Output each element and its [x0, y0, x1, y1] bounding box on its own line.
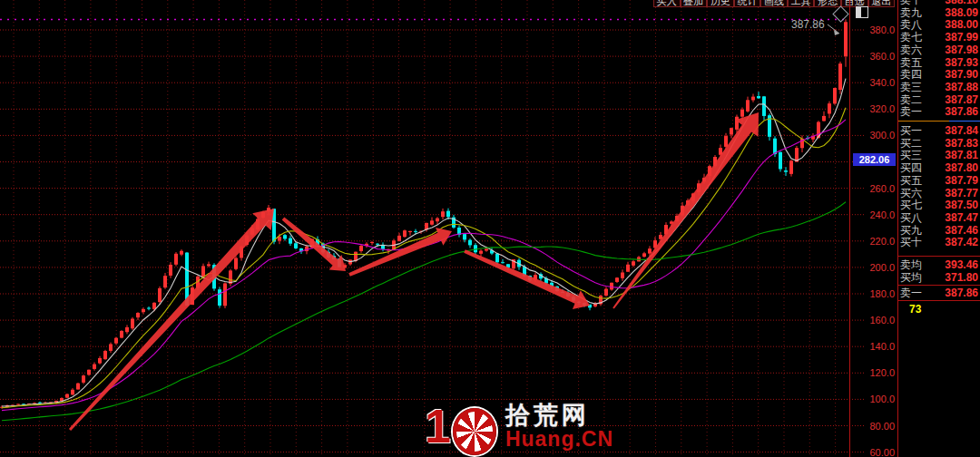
toolbar-tab-1[interactable]: 买入	[653, 0, 681, 7]
y-axis-tick: 380.0	[854, 24, 895, 35]
order-book-panel[interactable]: 卖十388.10卖九388.09卖八388.00卖七387.99卖六387.98…	[898, 0, 980, 457]
y-axis-tick: 260.0	[854, 183, 895, 194]
ask-level-7: 卖七387.99	[898, 31, 980, 44]
average-row-2: 买均371.80	[898, 271, 980, 284]
candlestick-chart[interactable]	[0, 0, 980, 457]
trend-arrow-1	[69, 209, 274, 431]
ask-level-9: 卖九388.09	[898, 6, 980, 19]
watermark-domain: Huang.CN	[505, 428, 613, 450]
panel-divider	[898, 256, 980, 257]
chart-axis-divider	[849, 0, 850, 457]
toolbar-tab-7[interactable]: 形态	[814, 0, 841, 7]
y-axis-tick: 320.0	[854, 103, 895, 114]
bid-level-10: 买十387.42	[898, 236, 980, 248]
y-axis-tick: 300.0	[854, 130, 895, 141]
toolbar-tab-9[interactable]: 退出	[868, 0, 896, 7]
y-axis-tick: 140.0	[854, 341, 895, 352]
trend-arrow-3	[348, 228, 452, 277]
y-axis-tick: 60.00	[854, 447, 895, 457]
y-axis-tick: 80.00	[854, 421, 895, 432]
y-axis-tick: 120.0	[854, 367, 895, 378]
y-axis-tick: 220.0	[854, 236, 895, 247]
bid-level-8: 买八387.47	[898, 211, 980, 224]
ask-level-2: 卖二387.87	[898, 93, 980, 106]
ask-level-1: 卖一387.86	[898, 105, 980, 118]
bid-level-9: 买九387.46	[898, 224, 980, 237]
toolbar-tab-3[interactable]: 历史	[707, 0, 734, 7]
y-axis-tick: 160.0	[854, 315, 895, 326]
panel-toggle-icon[interactable]	[856, 6, 868, 18]
bid-level-5: 买五387.79	[898, 174, 980, 187]
axis-highlight-badge: 282.06	[853, 153, 896, 166]
ask-level-6: 卖六387.98	[898, 44, 980, 56]
bid-level-4: 买四387.80	[898, 161, 980, 174]
trading-app-window: 买入叠加历史统计画线工具形态自选退出 387.86 380.0360.0340.…	[0, 0, 980, 457]
toolbar-tab-5[interactable]: 画线	[760, 0, 788, 7]
watermark: 1 拾荒网 Huang.CN	[425, 403, 613, 455]
ask-level-3: 卖三387.88	[898, 81, 980, 93]
bid-ask-divider	[898, 121, 980, 122]
y-axis-tick: 340.0	[854, 77, 895, 88]
ask-level-5: 卖五387.93	[898, 56, 980, 69]
gear-icon	[453, 408, 496, 455]
trend-arrow-4	[464, 249, 590, 309]
average-row-1: 卖均393.46	[898, 258, 980, 271]
latest-price-annotation: 387.86	[791, 18, 825, 31]
ask-level-4: 卖四387.90	[898, 68, 980, 81]
y-axis-tick: 100.0	[854, 394, 895, 404]
toolbar-tab-4[interactable]: 统计	[734, 0, 761, 7]
bid-level-2: 买二387.83	[898, 137, 980, 150]
panel-divider	[898, 300, 980, 301]
bid-level-6: 买六387.77	[898, 187, 980, 199]
toolbar-tab-6[interactable]: 工具	[788, 0, 815, 7]
ma-line-ma60	[2, 202, 846, 421]
trend-arrow-5	[612, 112, 759, 309]
trend-arrow-2	[282, 218, 346, 272]
toolbar-tab-2[interactable]: 叠加	[681, 0, 708, 7]
bid-level-3: 买三387.81	[898, 149, 980, 161]
watermark-site-name: 拾荒网	[505, 403, 613, 428]
last-trade-volume: 73	[909, 303, 921, 316]
y-axis-tick: 360.0	[854, 51, 895, 62]
last-trade-row: 卖一387.86	[898, 287, 980, 299]
y-axis-tick: 200.0	[854, 262, 895, 273]
y-axis-tick: 180.0	[854, 288, 895, 299]
y-axis-tick: 240.0	[854, 209, 895, 220]
bid-level-7: 买七387.50	[898, 199, 980, 211]
annotation-arrow	[828, 24, 839, 34]
bid-level-1: 买一387.84	[898, 124, 980, 137]
ask-level-8: 卖八388.00	[898, 18, 980, 31]
candles	[0, 19, 848, 408]
watermark-logo-one: 1	[425, 403, 451, 450]
panel-divider	[898, 285, 980, 286]
